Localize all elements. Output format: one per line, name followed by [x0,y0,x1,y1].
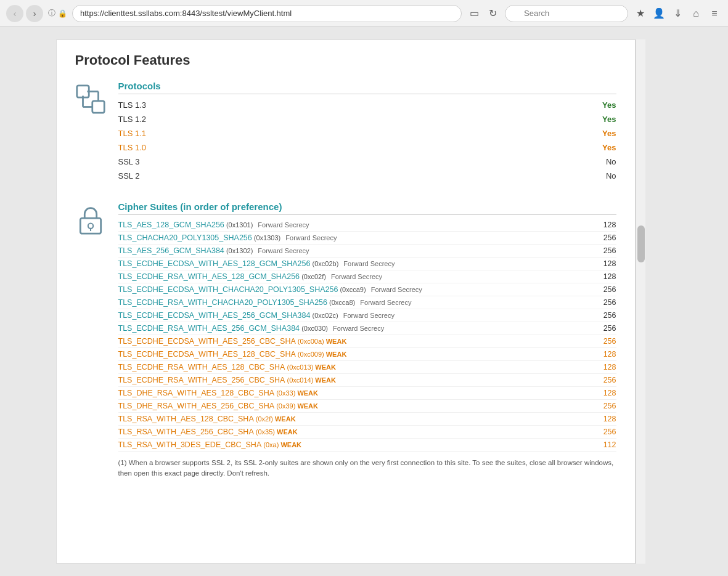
protocol-name: TLS 1.2 [118,115,147,124]
svg-rect-6 [80,218,100,233]
cipher-bits: 128 [603,272,616,281]
cipher-bits: 112 [603,440,616,449]
cipher-hex: (0x1301) [224,221,253,229]
protocol-row: TLS 1.0Yes [118,140,616,155]
cipher-hex: (0x33) [274,389,295,397]
address-bar[interactable] [72,5,462,22]
weak-badge: WEAK [273,415,296,423]
weak-badge: WEAK [295,389,318,397]
info-icon[interactable]: ⓘ [48,8,55,18]
cipher-name: TLS_RSA_WITH_3DES_EDE_CBC_SHA (0xa) WEAK [118,440,302,449]
forward-secrecy-badge: Forward Secrecy [284,234,337,241]
download-icon[interactable]: ⇓ [670,6,685,21]
cipher-suites-section: Cipher Suites (in order of preference) T… [75,201,616,479]
cipher-row: TLS_DHE_RSA_WITH_AES_256_CBC_SHA (0x39) … [118,400,616,413]
cipher-bits: 256 [603,233,616,242]
protocol-value: No [606,157,616,166]
cipher-bits: 128 [603,221,616,229]
weak-badge: WEAK [324,338,347,345]
home-icon[interactable]: ⌂ [689,6,703,21]
cipher-name: TLS_ECDHE_ECDSA_WITH_AES_128_GCM_SHA256 … [118,259,395,268]
weak-badge: WEAK [279,441,301,448]
cast-icon[interactable]: ▭ [467,6,481,21]
search-input[interactable] [505,5,628,22]
cipher-name: TLS_RSA_WITH_AES_128_CBC_SHA (0x2f) WEAK [118,415,296,423]
bookmark-icon[interactable]: ★ [633,6,648,21]
account-icon[interactable]: 👤 [652,6,666,21]
cipher-hex: (0xc014) [285,376,313,384]
cipher-row: TLS_ECDHE_RSA_WITH_CHACHA20_POLY1305_SHA… [118,296,616,309]
cipher-bits: 256 [603,285,616,294]
forward-secrecy-badge: Forward Secrecy [358,299,411,306]
protocol-name: TLS 1.0 [118,143,147,152]
cipher-bits: 256 [603,376,616,384]
forward-secrecy-badge: Forward Secrecy [342,312,395,319]
forward-secrecy-badge: Forward Secrecy [331,325,384,332]
svg-point-7 [88,224,92,229]
lock-security-icon[interactable]: 🔒 [58,9,67,18]
cipher-name: TLS_ECDHE_RSA_WITH_AES_256_GCM_SHA384 (0… [118,324,385,333]
protocol-row: TLS 1.2Yes [118,112,616,126]
protocol-value: Yes [602,100,616,110]
cipher-bits: 128 [603,259,616,268]
cipher-hex: (0x2f) [254,415,273,423]
scrollbar-thumb[interactable] [637,225,645,262]
cipher-hex: (0xc00a) [296,338,324,345]
weak-badge: WEAK [295,402,318,410]
cipher-name: TLS_ECDHE_RSA_WITH_AES_128_CBC_SHA (0xc0… [118,363,336,371]
cipher-row: TLS_AES_128_GCM_SHA256 (0x1301) Forward … [118,219,616,232]
cipher-hex: (0xc02f) [300,273,326,280]
lock-icon [75,205,106,235]
cipher-hex: (0x1303) [252,234,280,241]
cipher-name: TLS_ECDHE_RSA_WITH_CHACHA20_POLY1305_SHA… [118,298,412,307]
protocols-icon [75,81,106,183]
cipher-rows: TLS_AES_128_GCM_SHA256 (0x1301) Forward … [118,219,616,452]
reload-icon[interactable]: ↻ [485,6,500,21]
cipher-bits: 128 [603,363,616,371]
cipher-bits: 256 [603,246,616,255]
protocols-rows: TLS 1.3YesTLS 1.2YesTLS 1.1YesTLS 1.0Yes… [118,98,616,183]
cipher-suites-content: Cipher Suites (in order of preference) T… [118,201,616,479]
protocol-row: SSL 3No [118,155,616,169]
cipher-hex: (0x35) [254,428,275,436]
cipher-name: TLS_ECDHE_RSA_WITH_AES_256_CBC_SHA (0xc0… [118,376,336,384]
cipher-hex: (0xa) [261,441,279,448]
cipher-bits: 128 [603,415,616,423]
back-button[interactable]: ‹ [6,5,23,22]
forward-button[interactable]: › [26,5,43,22]
cipher-row: TLS_ECDHE_RSA_WITH_AES_256_GCM_SHA384 (0… [118,322,616,335]
cipher-row: TLS_ECDHE_RSA_WITH_AES_128_GCM_SHA256 (0… [118,270,616,283]
forward-secrecy-badge: Forward Secrecy [256,247,309,254]
forward-secrecy-badge: Forward Secrecy [342,260,395,267]
cipher-name: TLS_ECDHE_ECDSA_WITH_AES_256_GCM_SHA384 … [118,311,395,320]
forward-secrecy-badge: Forward Secrecy [329,273,382,280]
footer-note: (1) When a browser supports SSL 2, its S… [118,458,616,479]
scrollbar[interactable] [636,39,645,564]
cipher-suites-heading: Cipher Suites (in order of preference) [118,201,616,215]
cipher-row: TLS_ECDHE_RSA_WITH_AES_256_CBC_SHA (0xc0… [118,374,616,387]
menu-icon[interactable]: ≡ [707,6,722,21]
cipher-hex: (0xc02b) [310,260,338,267]
weak-badge: WEAK [324,351,347,358]
cipher-row: TLS_ECDHE_ECDSA_WITH_AES_128_CBC_SHA (0x… [118,348,616,361]
protocols-section: Protocols TLS 1.3YesTLS 1.2YesTLS 1.1Yes… [75,81,616,183]
page-inner: Protocol Features Protocols TLS 1.3Yes [56,39,673,564]
browser-chrome: ‹ › ⓘ 🔒 ▭ ↻ 🔍 ★ 👤 ⇓ ⌂ ≡ [0,0,728,27]
cipher-row: TLS_ECDHE_RSA_WITH_AES_128_CBC_SHA (0xc0… [118,361,616,374]
search-wrapper: 🔍 [505,5,628,22]
forward-secrecy-badge: Forward Secrecy [369,286,422,293]
cipher-bits: 256 [603,324,616,333]
weak-badge: WEAK [313,376,336,384]
cipher-row: TLS_DHE_RSA_WITH_AES_128_CBC_SHA (0x33) … [118,387,616,400]
cipher-name: TLS_AES_128_GCM_SHA256 (0x1301) Forward … [118,221,309,229]
cipher-bits: 256 [603,428,616,436]
cipher-hex: (0xc013) [285,363,313,371]
protocols-content: Protocols TLS 1.3YesTLS 1.2YesTLS 1.1Yes… [118,81,616,183]
protocol-value: Yes [602,129,616,138]
cipher-name: TLS_ECDHE_ECDSA_WITH_CHACHA20_POLY1305_S… [118,285,422,294]
cipher-name: TLS_DHE_RSA_WITH_AES_128_CBC_SHA (0x33) … [118,389,319,397]
cipher-hex: (0x39) [274,402,295,410]
cipher-row: TLS_CHACHA20_POLY1305_SHA256 (0x1303) Fo… [118,232,616,245]
browser-toolbar-right: ★ 👤 ⇓ ⌂ ≡ [633,6,722,21]
cipher-name: TLS_AES_256_GCM_SHA384 (0x1302) Forward … [118,246,309,255]
